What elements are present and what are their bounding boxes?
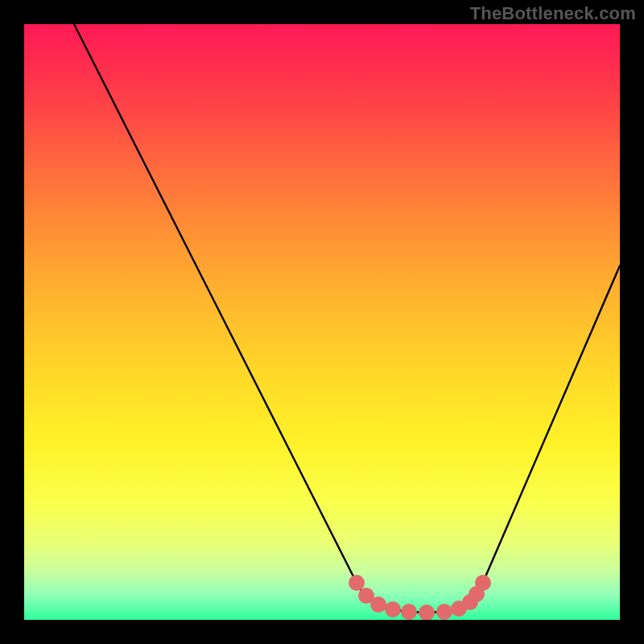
marker-dot	[401, 604, 417, 620]
watermark-text: TheBottleneck.com	[470, 3, 636, 24]
marker-dot	[436, 604, 452, 620]
bottleneck-curve	[74, 24, 620, 613]
marker-dot	[349, 575, 365, 591]
curve-markers	[349, 575, 491, 620]
marker-dot	[370, 597, 386, 613]
curve-layer	[24, 24, 620, 620]
plot-area	[24, 24, 620, 620]
marker-dot	[419, 605, 435, 620]
marker-dot	[475, 575, 491, 591]
marker-dot	[385, 601, 401, 617]
chart-frame: TheBottleneck.com	[0, 0, 644, 644]
